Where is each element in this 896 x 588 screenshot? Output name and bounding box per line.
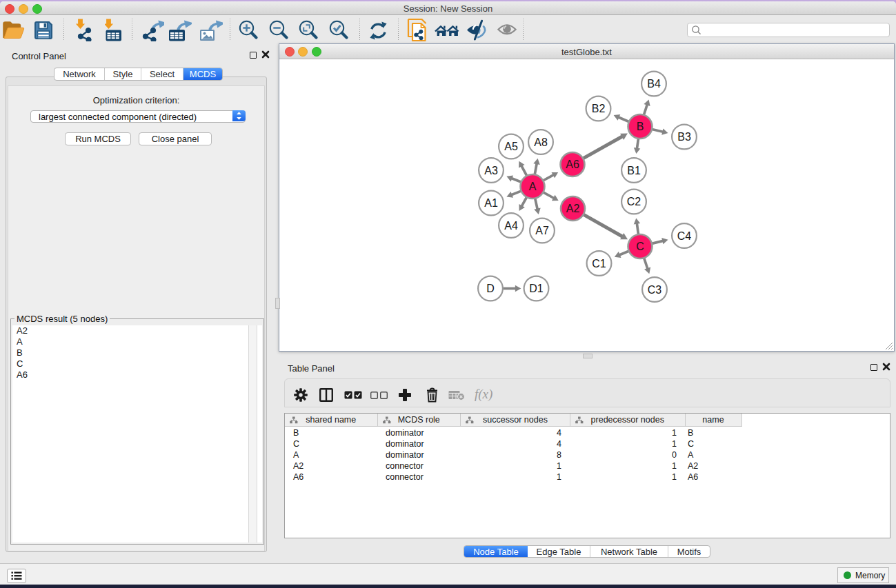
svg-text:A7: A7 <box>535 225 549 236</box>
svg-text:D1: D1 <box>529 283 544 294</box>
svg-text:A6: A6 <box>566 159 579 170</box>
svg-text:B: B <box>637 121 644 132</box>
svg-text:B1: B1 <box>627 165 641 176</box>
svg-text:C2: C2 <box>627 196 641 207</box>
svg-text:A3: A3 <box>484 165 498 176</box>
svg-text:C1: C1 <box>592 258 606 270</box>
svg-text:B3: B3 <box>677 131 691 143</box>
svg-text:A: A <box>529 181 537 192</box>
svg-text:A1: A1 <box>484 197 498 209</box>
svg-text:D: D <box>486 283 495 294</box>
svg-text:A8: A8 <box>534 136 548 148</box>
svg-text:A2: A2 <box>566 203 580 214</box>
svg-text:B4: B4 <box>647 78 661 90</box>
svg-text:C3: C3 <box>648 284 662 296</box>
svg-text:A5: A5 <box>504 141 518 152</box>
svg-text:C4: C4 <box>677 230 692 242</box>
svg-text:A4: A4 <box>504 220 518 232</box>
svg-text:B2: B2 <box>592 103 606 114</box>
svg-text:C: C <box>636 241 644 252</box>
